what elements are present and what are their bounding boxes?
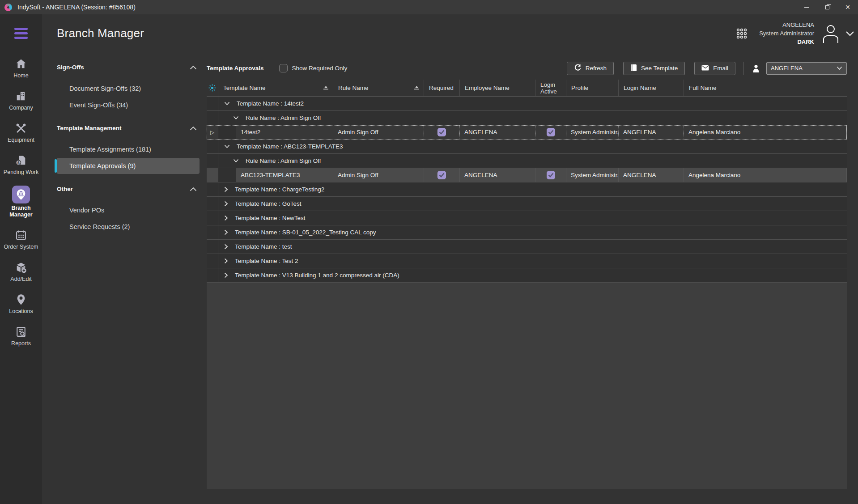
refresh-icon (574, 64, 582, 73)
grid-group-row[interactable]: Template Name : GoTest (207, 197, 847, 211)
group-row-content[interactable]: Template Name : SB-01_05_2022_Testing CA… (218, 225, 847, 239)
person-icon (752, 64, 760, 73)
email-label: Email (713, 65, 728, 72)
order-system-icon (14, 228, 28, 242)
minimize-icon (804, 7, 809, 8)
collapse-chevron-up-icon[interactable] (190, 187, 200, 191)
chevron-right-icon[interactable] (224, 244, 228, 250)
close-button[interactable]: ✕ (837, 0, 858, 14)
collapse-chevron-up-icon[interactable] (190, 126, 200, 131)
panel-section-header: Template Management (57, 125, 200, 131)
column-header-label: Profile (571, 85, 588, 91)
row-indicator-cell (207, 268, 218, 282)
user-menu-chevron-down-icon[interactable] (845, 30, 854, 37)
group-row-content[interactable]: Template Name : ABC123-TEMPLATE3 (218, 140, 847, 153)
login_active-checkbox-checked[interactable] (547, 171, 555, 179)
column-header-rule[interactable]: Rule Name (333, 80, 424, 96)
sidebar-item-label: Equipment (8, 137, 34, 144)
column-header-employee[interactable]: Employee Name (460, 80, 535, 96)
grid-group-row[interactable]: Template Name : 14test2 (207, 97, 847, 111)
group-row-content[interactable]: Template Name : Test 2 (218, 254, 847, 268)
sidebar-item-reports[interactable]: Reports (0, 325, 42, 347)
panel-item[interactable]: Vendor POs (57, 202, 200, 218)
chevron-right-icon[interactable] (224, 201, 228, 207)
approver-user-value: ANGELENA (771, 65, 803, 72)
approver-user-select[interactable]: ANGELENA (766, 62, 847, 75)
sidebar-item-company[interactable]: Company (0, 89, 42, 111)
required-checkbox-checked[interactable] (437, 128, 446, 136)
sidebar-item-locations[interactable]: Locations (0, 292, 42, 315)
panel-item[interactable]: Document Sign-Offs (32) (57, 80, 200, 97)
grid-group-row[interactable]: Template Name : Test 2 (207, 254, 847, 268)
add-edit-icon (14, 260, 28, 275)
cell-value: System Administrator (571, 172, 619, 178)
chevron-right-icon[interactable] (224, 229, 228, 235)
user-role: System Administrator (759, 29, 814, 38)
collapse-chevron-up-icon[interactable] (190, 65, 200, 70)
email-button[interactable]: Email (694, 62, 735, 75)
chevron-down-icon[interactable] (233, 116, 239, 120)
sidebar-item-pending-work[interactable]: $Pending Work (0, 153, 42, 176)
chevron-down-icon[interactable] (233, 159, 239, 163)
login_active-checkbox-checked[interactable] (547, 128, 555, 136)
sidebar-item-home[interactable]: Home (0, 57, 42, 79)
sidebar-item-label: Pending Work (4, 169, 38, 176)
avatar-icon[interactable] (820, 23, 841, 44)
column-header-template[interactable]: Template Name (218, 80, 333, 96)
panel-item[interactable]: Service Requests (2) (57, 219, 200, 235)
group-indent (218, 154, 227, 168)
group-row-content[interactable]: Template Name : V13 Building 1 and 2 com… (218, 268, 847, 282)
column-header-login[interactable]: Login Name (619, 80, 684, 96)
show-required-only-toggle[interactable]: Show Required Only (279, 64, 348, 72)
grid-group-row[interactable]: Template Name : ABC123-TEMPLATE3 (207, 140, 847, 154)
grid-group-row[interactable]: Template Name : V13 Building 1 and 2 com… (207, 268, 847, 283)
required-checkbox-checked[interactable] (437, 171, 446, 179)
minimize-button[interactable] (796, 0, 817, 14)
panel-item[interactable]: Template Assignments (181) (57, 141, 200, 157)
group-row-content[interactable]: Template Name : test (218, 240, 847, 254)
column-header-login_active[interactable]: Login Active (535, 80, 566, 96)
column-header-required[interactable]: Required (424, 80, 460, 96)
cell-required[interactable] (424, 168, 460, 182)
grid-options-sun-icon[interactable] (208, 84, 217, 92)
refresh-button[interactable]: Refresh (567, 62, 614, 75)
chevron-right-icon[interactable] (224, 258, 228, 264)
grid-subgroup-row[interactable]: Rule Name : Admin Sign Off (207, 154, 847, 168)
see-template-button[interactable]: See Template (623, 62, 685, 75)
chevron-right-icon[interactable] (224, 272, 228, 278)
chevron-right-icon[interactable] (224, 215, 228, 221)
sidebar-item-equipment[interactable]: Equipment (0, 121, 42, 144)
cell-login_active[interactable] (535, 168, 566, 182)
menu-hamburger-icon[interactable] (14, 28, 28, 39)
panel-item[interactable]: Template Approvals (9) (57, 158, 200, 174)
subgroup-row-content[interactable]: Rule Name : Admin Sign Off (227, 154, 847, 168)
group-row-content[interactable]: Template Name : NewTest (218, 211, 847, 225)
subgroup-row-content[interactable]: Rule Name : Admin Sign Off (227, 111, 847, 125)
cell-required[interactable] (424, 125, 460, 139)
show-required-only-checkbox[interactable] (279, 64, 288, 72)
column-header-profile[interactable]: Profile (566, 80, 619, 96)
panel-item[interactable]: Event Sign-Offs (34) (57, 97, 200, 113)
grid-subgroup-row[interactable]: Rule Name : Admin Sign Off (207, 111, 847, 125)
panel-section-header: Other (57, 186, 200, 192)
data-row-indent (218, 168, 236, 182)
cell-value: ANGELENA (623, 129, 656, 136)
grid-group-row[interactable]: Template Name : SB-01_05_2022_Testing CA… (207, 225, 847, 240)
grid-group-row[interactable]: Template Name : ChargeTesting2 (207, 182, 847, 197)
restore-button[interactable] (817, 0, 837, 14)
sidebar-item-branch-manager[interactable]: Branch Manager (0, 186, 42, 218)
sidebar-item-order-system[interactable]: Order System (0, 228, 42, 250)
group-row-content[interactable]: Template Name : ChargeTesting2 (218, 182, 847, 196)
column-header-full[interactable]: Full Name (684, 80, 847, 96)
grid-group-row[interactable]: Template Name : NewTest (207, 211, 847, 225)
cell-login_active[interactable] (535, 125, 566, 139)
pending-work-icon: $ (14, 153, 28, 168)
chevron-down-icon[interactable] (224, 102, 230, 106)
group-row-content[interactable]: Template Name : 14test2 (218, 97, 847, 110)
apps-grid-icon[interactable] (736, 28, 748, 39)
grid-group-row[interactable]: Template Name : test (207, 240, 847, 254)
chevron-down-icon[interactable] (224, 144, 230, 148)
chevron-right-icon[interactable] (224, 186, 228, 192)
group-row-content[interactable]: Template Name : GoTest (218, 197, 847, 211)
sidebar-item-add-edit[interactable]: Add/Edit (0, 260, 42, 283)
